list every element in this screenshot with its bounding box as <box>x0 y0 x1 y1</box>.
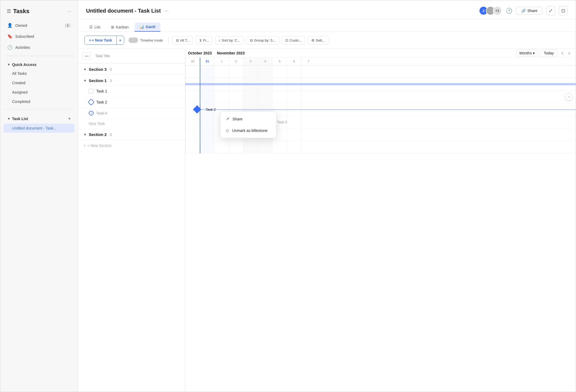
today-button[interactable]: Today <box>540 49 558 57</box>
sidebar-sub-item-completed[interactable]: Completed <box>3 97 75 106</box>
filter-button[interactable]: ⊻ Fi... <box>196 36 213 45</box>
scroll-right-arrow[interactable]: → <box>565 93 573 101</box>
sidebar-sub-item-assigned[interactable]: Assigned <box>3 88 75 97</box>
topbar-left: Untitled document - Task List ··· <box>86 8 169 14</box>
oct-month-label: October 2023 <box>188 51 215 55</box>
day-5: 5 <box>272 58 287 65</box>
sidebar-item-activities[interactable]: 🕐 Activities <box>3 42 75 53</box>
context-menu-share[interactable]: ↗ Share <box>220 113 276 125</box>
timeline-mode-toggle[interactable]: Timeline mode <box>127 38 165 43</box>
collapse-icon: «» <box>85 54 88 58</box>
group-button[interactable]: ⊟ Group by: S... <box>246 36 279 45</box>
gantt-row-task1: → <box>185 91 576 103</box>
group-icon: ⊟ <box>250 38 253 42</box>
task-list-chevron: ▼ <box>7 117 10 121</box>
sort-button[interactable]: ↕ Sort by: C... <box>215 36 243 45</box>
section-row-2[interactable]: ▼ Section 2 0 <box>78 128 185 140</box>
sidebar-item-owned[interactable]: 👤 Owned 1 <box>3 20 75 31</box>
add-task-list-button[interactable]: + <box>68 116 71 121</box>
day-30: 30 <box>185 58 200 65</box>
sidebar-task-item-untitled[interactable]: Untitled document - Task... <box>3 124 75 133</box>
filter-icon: ⊟ <box>176 38 179 42</box>
task3-gantt-label: Task 3 <box>277 120 287 124</box>
topbar-right: J +1 🕐 🔗 Share ⤢ ⊡ <box>479 6 568 15</box>
toggle-switch[interactable] <box>128 38 138 43</box>
tabs-bar: ☰ List ⊞ Kanban 📊 Gantt <box>78 19 576 32</box>
today-line-section2 <box>200 141 200 153</box>
section-row-3[interactable]: ▼ Section 3 0 <box>78 63 185 75</box>
quick-access-label: Quick Access <box>12 62 36 67</box>
customize-button[interactable]: ⊡ Custo... <box>282 36 305 45</box>
task-list-panel: «» Task Title ▼ Section 3 0 ▼ Section 1 … <box>78 49 185 392</box>
section-row-1[interactable]: ▼ Section 1 3 <box>78 75 185 86</box>
funnel-icon: ⊻ <box>199 38 202 42</box>
tab-gantt[interactable]: 📊 Gantt <box>135 23 160 32</box>
quick-access-section: ▼ Quick Access All Tasks Created Assigne… <box>0 60 78 106</box>
task1-checkbox[interactable] <box>89 89 94 94</box>
today-line-section3 <box>200 65 200 78</box>
sidebar-toggle-icon[interactable]: ⊡ <box>559 6 568 15</box>
gantt-row-section2 <box>185 141 576 154</box>
quick-access-header[interactable]: ▼ Quick Access <box>3 60 75 69</box>
task-row-2[interactable]: Task 2 <box>78 97 185 108</box>
task-list-section: ▼ Task List + Untitled document - Task..… <box>0 114 78 133</box>
task-row-1[interactable]: Task 1 <box>78 86 185 97</box>
section2-label: Section 2 <box>89 132 107 137</box>
diamond-icon: ◇ <box>226 128 229 133</box>
chevron-down-icon: ▾ <box>533 51 535 55</box>
toolbar: + + New Task ▾ Timeline mode ⊟ All T... … <box>78 32 576 49</box>
day-6: 6 <box>287 58 301 65</box>
task3-label: Task 3 <box>96 111 107 115</box>
day-4: 4 <box>258 58 272 65</box>
task-row-3[interactable]: ✓ Task 3 <box>78 108 185 119</box>
day-2: 2 <box>229 58 243 65</box>
settings-button[interactable]: ⚙ Sett... <box>308 36 328 45</box>
owned-count: 1 <box>65 23 71 28</box>
sidebar-divider <box>5 56 73 56</box>
expand-icon[interactable]: ⤢ <box>546 6 555 15</box>
topbar-more-icon[interactable]: ··· <box>165 8 169 14</box>
next-nav-button[interactable]: › <box>567 50 571 56</box>
task-title-col: Task Title <box>95 54 110 58</box>
day-7: 7 <box>301 58 316 65</box>
history-icon[interactable]: 🕐 <box>506 8 512 14</box>
kanban-tab-icon: ⊞ <box>111 25 114 29</box>
new-task-label: + New Task <box>92 38 112 42</box>
customize-icon: ⊡ <box>285 38 288 42</box>
context-menu-unmark-milestone[interactable]: ◇ Unmark as Milestone <box>220 125 276 136</box>
collapse-button[interactable]: «» <box>82 52 91 60</box>
section3-count: 0 <box>110 67 112 72</box>
sidebar-sub-item-all-tasks[interactable]: All Tasks <box>3 69 75 78</box>
context-menu: ↗ Share ◇ Unmark as Milestone <box>220 111 276 138</box>
sidebar-more-icon[interactable]: ··· <box>67 9 71 14</box>
sidebar-item-subscribed[interactable]: 🔖 Subscribed <box>3 31 75 42</box>
section3-toggle: ▼ <box>83 68 87 71</box>
task-list-header[interactable]: ▼ Task List + <box>3 114 75 124</box>
new-section-row[interactable]: + + New Section <box>78 140 185 151</box>
new-section-label: + New Section <box>87 143 112 148</box>
share-link-icon: 🔗 <box>521 9 526 13</box>
section3-label: Section 3 <box>89 67 107 72</box>
new-task-button-group: + + New Task ▾ <box>84 36 124 45</box>
clock-icon: 🕐 <box>7 45 13 50</box>
new-task-button[interactable]: + + New Task <box>85 36 116 45</box>
view-mode-select[interactable]: Months ▾ <box>516 50 538 57</box>
sidebar-subscribed-label: Subscribed <box>15 34 34 39</box>
sidebar-sub-item-created[interactable]: Created <box>3 78 75 87</box>
sidebar-menu-icon[interactable]: ☰ <box>7 8 11 14</box>
share-button[interactable]: 🔗 Share <box>516 7 542 15</box>
nov-month-label: November 2023 <box>217 51 245 55</box>
tab-kanban[interactable]: ⊞ Kanban <box>106 23 134 31</box>
section2-toggle: ▼ <box>83 133 87 136</box>
gantt-row-task2: Task 2 ↗ Share ◇ Unmark as Milestone <box>185 103 576 116</box>
bookmark-icon: 🔖 <box>7 34 13 39</box>
today-line-task3 <box>200 116 200 128</box>
topbar: Untitled document - Task List ··· J +1 🕐… <box>78 0 576 19</box>
sidebar-title: Tasks <box>13 8 29 15</box>
all-tasks-filter-button[interactable]: ⊟ All T... <box>172 36 193 45</box>
prev-nav-button[interactable]: ‹ <box>560 50 564 56</box>
new-task-dropdown-button[interactable]: ▾ <box>116 36 124 45</box>
task3-completed-icon: ✓ <box>89 111 94 116</box>
new-task-row[interactable]: New Task <box>78 119 185 128</box>
tab-list[interactable]: ☰ List <box>84 23 105 31</box>
